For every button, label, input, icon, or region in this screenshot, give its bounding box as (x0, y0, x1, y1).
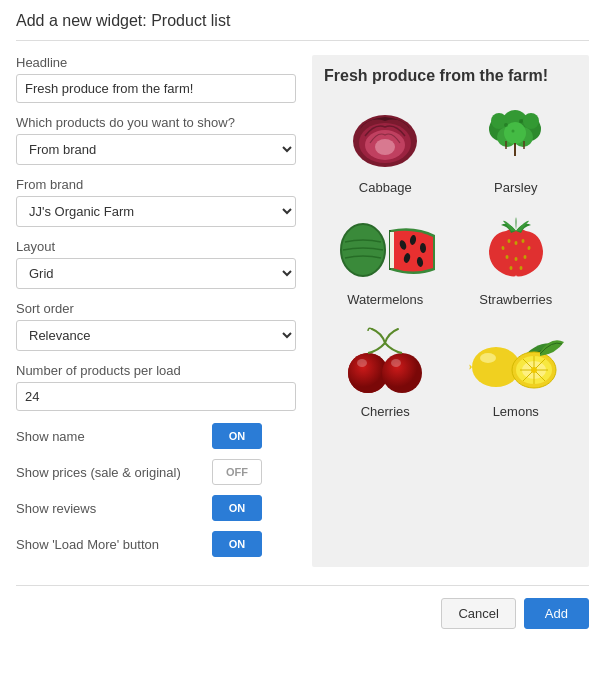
main-layout: Headline Which products do you want to s… (16, 55, 589, 567)
toggle-reviews-spacer (266, 495, 296, 521)
product-name-cabbage: Cabbage (359, 180, 412, 195)
svg-point-37 (357, 359, 367, 367)
product-image-cherries (335, 323, 435, 398)
toggle-prices-label: Show prices (sale & original) (16, 465, 212, 480)
product-image-strawberries (466, 211, 566, 286)
svg-point-30 (505, 255, 508, 259)
svg-point-41 (480, 353, 496, 363)
product-item-cabbage: Cabbage (324, 99, 447, 195)
toggle-load-more-spacer (266, 531, 296, 557)
toggle-prices-spacer (266, 459, 296, 485)
svg-point-38 (382, 353, 422, 393)
svg-point-32 (523, 255, 526, 259)
product-item-parsley: Parsley (455, 99, 578, 195)
product-item-lemons: Lemons (455, 323, 578, 419)
products-label: Which products do you want to show? (16, 115, 296, 130)
toggle-load-more-label: Show 'Load More' button (16, 537, 212, 552)
right-panel: Fresh produce from the farm! (312, 55, 589, 567)
sort-group: Sort order Relevance (16, 301, 296, 351)
toggle-reviews-row: Show reviews ON (16, 495, 296, 521)
num-products-group: Number of products per load (16, 363, 296, 411)
product-item-strawberries: Strawberries (455, 211, 578, 307)
toggle-name-button[interactable]: ON (212, 423, 262, 449)
brand-group: From brand JJ's Organic Farm (16, 177, 296, 227)
add-button[interactable]: Add (524, 598, 589, 629)
svg-point-27 (514, 241, 517, 245)
page-title: Add a new widget: Product list (16, 12, 589, 41)
svg-point-33 (509, 266, 512, 270)
product-image-lemons (466, 323, 566, 398)
svg-point-11 (523, 113, 539, 129)
product-name-strawberries: Strawberries (479, 292, 552, 307)
product-item-watermelons: Watermelons (324, 211, 447, 307)
toggle-name-label: Show name (16, 429, 212, 444)
toggle-load-more-button[interactable]: ON (212, 531, 262, 557)
left-panel: Headline Which products do you want to s… (16, 55, 296, 567)
svg-point-50 (531, 367, 537, 373)
toggle-load-more-row: Show 'Load More' button ON (16, 531, 296, 557)
svg-point-26 (507, 239, 510, 243)
svg-point-3 (375, 139, 395, 155)
cancel-button[interactable]: Cancel (441, 598, 515, 629)
toggle-reviews-button[interactable]: ON (212, 495, 262, 521)
products-select[interactable]: From brand (16, 134, 296, 165)
product-image-cabbage (335, 99, 435, 174)
page-container: Add a new widget: Product list Headline … (0, 0, 605, 645)
toggle-prices-row: Show prices (sale & original) OFF (16, 459, 296, 485)
svg-point-10 (491, 113, 507, 129)
preview-headline: Fresh produce from the farm! (324, 67, 577, 85)
sort-label: Sort order (16, 301, 296, 316)
svg-point-31 (514, 257, 517, 261)
product-name-cherries: Cherries (361, 404, 410, 419)
svg-point-34 (519, 266, 522, 270)
product-name-lemons: Lemons (493, 404, 539, 419)
product-name-watermelons: Watermelons (347, 292, 423, 307)
num-products-label: Number of products per load (16, 363, 296, 378)
brand-select[interactable]: JJ's Organic Farm (16, 196, 296, 227)
layout-label: Layout (16, 239, 296, 254)
product-name-parsley: Parsley (494, 180, 537, 195)
toggle-name-row: Show name ON (16, 423, 296, 449)
brand-label: From brand (16, 177, 296, 192)
footer-buttons: Cancel Add (16, 585, 589, 629)
sort-select[interactable]: Relevance (16, 320, 296, 351)
toggle-name-spacer (266, 423, 296, 449)
product-image-parsley (466, 99, 566, 174)
headline-label: Headline (16, 55, 296, 70)
layout-group: Layout Grid (16, 239, 296, 289)
product-image-watermelons (335, 211, 435, 286)
svg-point-39 (391, 359, 401, 367)
svg-point-15 (504, 123, 508, 127)
toggle-prices-button[interactable]: OFF (212, 459, 262, 485)
svg-point-17 (511, 129, 514, 132)
products-group: Which products do you want to show? From… (16, 115, 296, 165)
svg-point-28 (521, 239, 524, 243)
num-products-input[interactable] (16, 382, 296, 411)
product-item-cherries: Cherries (324, 323, 447, 419)
headline-group: Headline (16, 55, 296, 103)
toggle-reviews-label: Show reviews (16, 501, 212, 516)
headline-input[interactable] (16, 74, 296, 103)
product-grid: Cabbage (324, 99, 577, 419)
layout-select[interactable]: Grid (16, 258, 296, 289)
svg-point-16 (519, 119, 523, 123)
